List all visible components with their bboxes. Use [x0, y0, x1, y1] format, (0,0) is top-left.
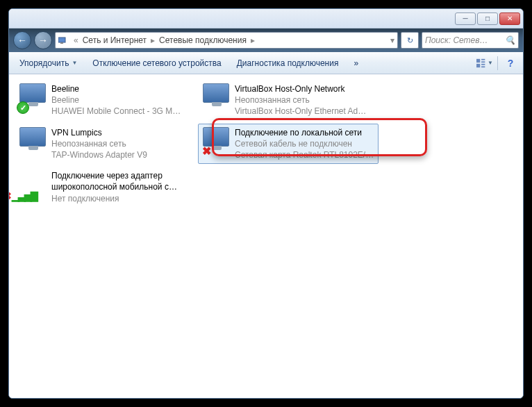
- minimize-button[interactable]: ─: [455, 13, 476, 25]
- connection-device: HUAWEI Mobile Connect - 3G M…: [51, 106, 181, 117]
- search-icon: 🔍: [505, 35, 515, 45]
- svg-rect-3: [481, 58, 485, 60]
- explorer-window: ─ □ ✕ ← → « Сеть и Интернет ▸ Сетевые по…: [8, 8, 524, 399]
- connection-item[interactable]: VirtualBox Host-Only Network Неопознанна…: [198, 80, 379, 121]
- connection-subtitle: Сетевой кабель не подключен: [235, 138, 374, 149]
- content-area: ✓ Beeline Beeline HUAWEI Mobile Connect …: [9, 74, 523, 398]
- svg-rect-0: [58, 38, 65, 42]
- organize-button[interactable]: Упорядочить ▼: [13, 55, 83, 72]
- mobile-adapter-icon: ✖▁▃▅▇: [18, 170, 47, 199]
- command-bar: Упорядочить ▼ Отключение сетевого устрой…: [9, 52, 523, 74]
- more-label: »: [354, 58, 358, 68]
- svg-rect-4: [481, 61, 485, 63]
- status-error-badge: ✖: [200, 145, 213, 158]
- diagnose-label: Диагностика подключения: [237, 58, 339, 68]
- breadcrumb-segment[interactable]: Сеть и Интернет: [83, 35, 147, 45]
- back-button[interactable]: ←: [13, 31, 31, 49]
- connection-item[interactable]: ✓ Beeline Beeline HUAWEI Mobile Connect …: [15, 80, 195, 121]
- forward-button[interactable]: →: [34, 31, 52, 49]
- help-button[interactable]: ?: [502, 55, 519, 72]
- connection-subtitle: Beeline: [51, 94, 181, 106]
- connection-title: VirtualBox Host-Only Network: [235, 83, 366, 94]
- breadcrumb-separator: ▸: [251, 35, 255, 45]
- svg-rect-7: [481, 66, 485, 67]
- connection-title: VPN Lumpics: [51, 127, 147, 138]
- connection-item[interactable]: VPN Lumpics Неопознанная сеть TAP-Window…: [15, 124, 195, 165]
- network-adapter-icon: ✓: [18, 83, 47, 113]
- connection-title: Beeline: [51, 83, 181, 94]
- refresh-button[interactable]: ↻: [401, 32, 419, 49]
- separator: [497, 56, 498, 70]
- diagnose-button[interactable]: Диагностика подключения: [231, 55, 345, 72]
- connection-subtitle: Неопознанная сеть: [51, 138, 147, 149]
- maximize-button[interactable]: □: [477, 13, 498, 25]
- breadcrumb-separator: «: [74, 35, 78, 45]
- connection-item-selected[interactable]: ✖ Подключение по локальной сети Сетевой …: [198, 124, 379, 165]
- connection-text: Подключение через адаптер широкополосной…: [51, 170, 192, 204]
- connection-device: TAP-Windows Adapter V9: [51, 149, 147, 160]
- connection-subtitle: Неопознанная сеть: [235, 94, 366, 106]
- network-adapter-icon: [18, 127, 47, 156]
- connection-text: Подключение по локальной сети Сетевой ка…: [235, 127, 374, 161]
- svg-rect-6: [481, 63, 485, 65]
- more-commands-button[interactable]: »: [347, 55, 365, 72]
- connection-text: VirtualBox Host-Only Network Неопознанна…: [235, 83, 366, 117]
- connection-device: Сетевая карта Realtek RTL8102E/…: [235, 149, 374, 160]
- search-placeholder: Поиск: Сетев…: [425, 35, 488, 45]
- organize-label: Упорядочить: [19, 58, 69, 68]
- disable-label: Отключение сетевого устройства: [92, 58, 221, 68]
- svg-rect-2: [476, 58, 480, 62]
- svg-rect-5: [476, 63, 480, 67]
- address-bar[interactable]: « Сеть и Интернет ▸ Сетевые подключения …: [55, 32, 398, 49]
- breadcrumb-segment[interactable]: Сетевые подключения: [159, 35, 247, 45]
- connection-text: VPN Lumpics Неопознанная сеть TAP-Window…: [51, 127, 147, 161]
- connections-grid: ✓ Beeline Beeline HUAWEI Mobile Connect …: [15, 80, 517, 208]
- network-adapter-icon: [201, 83, 231, 113]
- disable-device-button[interactable]: Отключение сетевого устройства: [86, 55, 227, 72]
- titlebar: ─ □ ✕: [9, 9, 523, 28]
- close-button[interactable]: ✕: [499, 13, 520, 25]
- address-dropdown-icon[interactable]: ▾: [390, 35, 394, 45]
- svg-rect-1: [60, 42, 63, 44]
- network-adapter-icon: ✖: [201, 127, 231, 156]
- status-ok-badge: ✓: [17, 101, 29, 114]
- breadcrumb-separator: ▸: [151, 35, 155, 45]
- connection-device: VirtualBox Host-Only Ethernet Ad…: [235, 106, 366, 117]
- window-controls: ─ □ ✕: [455, 13, 520, 25]
- signal-bars-icon: ✖▁▃▅▇: [14, 190, 26, 202]
- search-box[interactable]: Поиск: Сетев… 🔍: [422, 32, 519, 49]
- network-panel-icon: [58, 36, 69, 44]
- connection-title: Подключение через адаптер широкополосной…: [51, 170, 192, 192]
- nav-bar: ← → « Сеть и Интернет ▸ Сетевые подключе…: [9, 28, 523, 52]
- connection-item[interactable]: ✖▁▃▅▇ Подключение через адаптер широкопо…: [15, 167, 195, 208]
- connection-title: Подключение по локальной сети: [235, 127, 374, 138]
- chevron-down-icon: ▼: [72, 60, 77, 66]
- connection-subtitle: Нет подключения: [51, 193, 192, 204]
- connection-text: Beeline Beeline HUAWEI Mobile Connect - …: [51, 83, 181, 117]
- view-options-button[interactable]: ▼: [476, 55, 493, 72]
